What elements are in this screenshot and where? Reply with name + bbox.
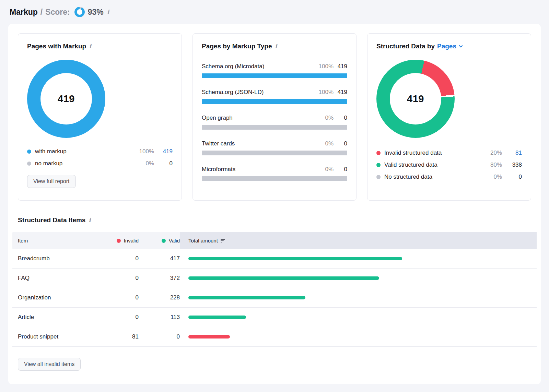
structured-data-items-title: Structured Data Items i [18, 216, 531, 224]
valid-cell: 417 [139, 255, 180, 262]
none-dot-icon [376, 175, 381, 179]
table-footer: View all invalid items [18, 358, 531, 371]
structured-data-donut-total: 419 [390, 73, 441, 124]
pages-selector[interactable]: Pages [437, 42, 463, 51]
legend-percent: 80% [484, 162, 502, 168]
pages-donut: 419 [27, 60, 105, 138]
table-row: Breadcrumb 0 417 [12, 249, 537, 269]
markup-type-label: Twitter cards [202, 140, 235, 147]
valid-cell: 372 [139, 275, 180, 282]
column-header-valid: Valid [139, 238, 180, 243]
markup-type-label: Microformats [202, 166, 235, 173]
section-title-text: Structured Data Items [18, 216, 85, 224]
markup-type-value-link[interactable]: 419 [337, 63, 347, 70]
with-markup-dot-icon [27, 150, 31, 154]
card-title: Structured Data by Pages [376, 42, 522, 51]
legend-item: No structured data 0% 0 [376, 171, 522, 183]
info-icon[interactable]: i [89, 217, 91, 223]
info-icon[interactable]: i [89, 44, 91, 49]
structured-data-donut: 419 [376, 60, 455, 138]
legend-value: 0 [154, 160, 173, 167]
column-header-total-amount[interactable]: Total amount [180, 232, 537, 249]
invalid-cell-link[interactable]: 81 [108, 333, 139, 340]
total-amount-bar [188, 276, 379, 280]
table-row: Product snippet 81 0 [12, 327, 537, 347]
markup-type-row: Open graph 0% 0 [202, 115, 347, 130]
valid-dot-icon [162, 239, 166, 243]
card-title-text: Pages with Markup [27, 42, 86, 51]
invalid-cell: 0 [108, 314, 139, 321]
bar-track [202, 151, 347, 155]
cards-row: Pages with Markup i 419 with markup 100%… [18, 33, 531, 201]
markup-type-label: Schema.org (JSON-LD) [202, 89, 264, 96]
invalid-cell: 0 [108, 255, 139, 262]
invalid-cell: 0 [108, 294, 139, 301]
bar-track [202, 176, 347, 181]
table-row: Article 0 113 [12, 308, 537, 327]
markup-type-percent: 0% [325, 115, 334, 121]
card-pages-by-markup-type: Pages by Markup Type i Schema.org (Micro… [192, 33, 357, 201]
legend-label: Invalid structured data [384, 150, 442, 156]
valid-cell: 228 [139, 294, 180, 301]
info-icon[interactable]: i [275, 44, 277, 49]
legend-value: 0 [502, 174, 522, 180]
info-icon[interactable]: i [107, 9, 109, 15]
card-title: Pages by Markup Type i [202, 42, 347, 51]
legend-percent: 0% [133, 160, 154, 167]
page-title: Markup / Score: 93% i [10, 7, 109, 17]
pages-legend: with markup 100% 419 no markup 0% 0 [27, 145, 173, 169]
bar-track [202, 125, 347, 130]
item-cell: Organization [12, 294, 108, 301]
legend-item: no markup 0% 0 [27, 157, 173, 169]
markup-type-row: Twitter cards 0% 0 [202, 140, 347, 155]
legend-percent: 0% [484, 174, 502, 180]
score-value: 93% [88, 8, 104, 17]
legend-value-link[interactable]: 81 [502, 150, 522, 156]
card-title: Pages with Markup i [27, 42, 173, 51]
markup-type-value: 0 [337, 115, 347, 121]
column-header-item: Item [12, 238, 108, 243]
item-cell: FAQ [12, 275, 108, 282]
bar-track [202, 99, 347, 104]
markup-type-value-link[interactable]: 419 [337, 89, 347, 96]
no-markup-dot-icon [27, 162, 31, 166]
invalid-dot-icon [117, 239, 121, 243]
bar-fill [202, 73, 347, 78]
chevron-down-icon [458, 44, 463, 49]
report-panel: Pages with Markup i 419 with markup 100%… [8, 24, 541, 384]
markup-type-row: Microformats 0% 0 [202, 166, 347, 181]
card-title-text: Structured Data by [376, 42, 435, 51]
view-full-report-button[interactable]: View full report [27, 175, 76, 188]
legend-label: Valid structured data [384, 162, 437, 168]
card-title-text: Pages by Markup Type [202, 42, 272, 51]
item-cell: Breadcrumb [12, 255, 108, 262]
page-header: Markup / Score: 93% i [0, 0, 549, 24]
bar-track [202, 73, 347, 78]
item-cell: Article [12, 314, 108, 321]
page-title-sub: Score: [45, 8, 70, 17]
legend-percent: 100% [133, 148, 154, 155]
structured-data-legend: Invalid structured data 20% 81 Valid str… [376, 147, 522, 183]
markup-type-percent: 0% [325, 166, 334, 173]
column-header-invalid: Invalid [108, 238, 139, 243]
valid-cell: 113 [139, 314, 180, 321]
bar-fill [202, 99, 347, 104]
legend-item: with markup 100% 419 [27, 145, 173, 157]
view-all-invalid-items-button[interactable]: View all invalid items [18, 358, 81, 371]
legend-percent: 20% [484, 150, 502, 156]
pages-selector-label[interactable]: Pages [437, 42, 456, 51]
page-title-main: Markup [10, 8, 38, 17]
item-cell: Product snippet [12, 333, 108, 340]
markup-type-percent: 100% [319, 63, 334, 70]
total-amount-bar [188, 335, 230, 338]
markup-type-value: 0 [337, 166, 347, 173]
legend-value-link[interactable]: 419 [154, 148, 173, 155]
legend-item: Valid structured data 80% 338 [376, 159, 522, 171]
card-structured-data-by-pages: Structured Data by Pages 419 Invalid str… [367, 33, 531, 201]
markup-type-row: Schema.org (JSON-LD) 100% 419 [202, 89, 347, 104]
score-ring-hole [77, 9, 82, 15]
legend-label: no markup [35, 160, 62, 167]
valid-dot-icon [376, 163, 381, 167]
invalid-cell: 0 [108, 275, 139, 282]
markup-type-percent: 0% [325, 140, 334, 147]
